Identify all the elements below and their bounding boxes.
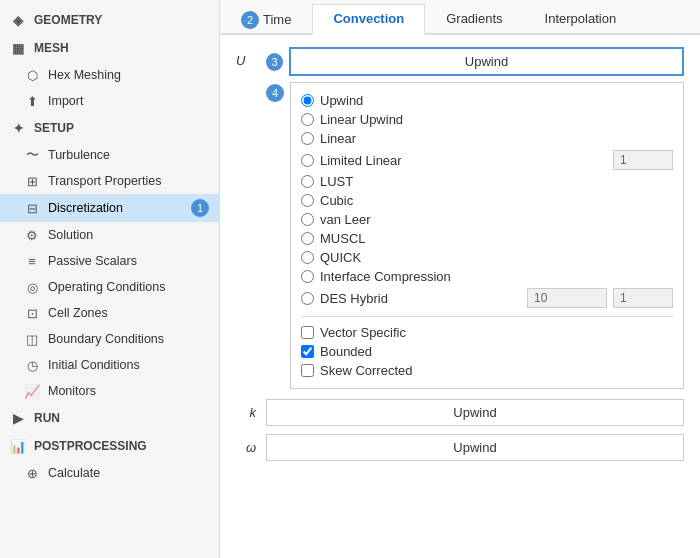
sidebar-item-operating-conditions-label: Operating Conditions [48, 280, 165, 294]
postprocessing-icon: 📊 [10, 438, 26, 454]
sidebar-item-solution-label: Solution [48, 228, 93, 242]
sidebar-item-calculate[interactable]: ⊕ Calculate [0, 460, 219, 486]
checkbox-bounded-input[interactable] [301, 345, 314, 358]
radio-linear-upwind-input[interactable] [301, 113, 314, 126]
sidebar-item-hex-meshing[interactable]: ⬡ Hex Meshing [0, 62, 219, 88]
radio-upwind-label: Upwind [320, 93, 673, 108]
sidebar-item-passive-scalars-label: Passive Scalars [48, 254, 137, 268]
omega-label: ω [236, 440, 256, 455]
sidebar-item-calculate-label: Calculate [48, 466, 100, 480]
radio-cubic[interactable]: Cubic [301, 191, 673, 210]
radio-cubic-label: Cubic [320, 193, 673, 208]
sidebar-item-transport-label: Transport Properties [48, 174, 161, 188]
radio-van-leer[interactable]: van Leer [301, 210, 673, 229]
sidebar-item-passive-scalars[interactable]: ≡ Passive Scalars [0, 248, 219, 274]
tab-time-badge: 2 [241, 11, 259, 29]
radio-des-hybrid-input[interactable] [301, 292, 314, 305]
radio-linear[interactable]: Linear [301, 129, 673, 148]
sidebar-item-transport-properties[interactable]: ⊞ Transport Properties [0, 168, 219, 194]
radio-interface-compression-input[interactable] [301, 270, 314, 283]
main-content: 2Time Convection Gradients Interpolation… [220, 0, 700, 558]
radio-interface-compression-label: Interface Compression [320, 269, 673, 284]
import-icon: ⬆ [24, 93, 40, 109]
sidebar-item-solution[interactable]: ⚙ Solution [0, 222, 219, 248]
limited-linear-value[interactable] [613, 150, 673, 170]
sidebar-section-geometry[interactable]: ◈ GEOMETRY [0, 6, 219, 34]
omega-dropdown-button[interactable]: Upwind [266, 434, 684, 461]
radio-linear-input[interactable] [301, 132, 314, 145]
sidebar-item-discretization[interactable]: ⊟ Discretization 1 [0, 194, 219, 222]
hex-meshing-icon: ⬡ [24, 67, 40, 83]
tab-bar: 2Time Convection Gradients Interpolation [220, 0, 700, 35]
operating-conditions-icon: ◎ [24, 279, 40, 295]
radio-limited-linear-input[interactable] [301, 154, 314, 167]
u-dropdown-button[interactable]: Upwind [289, 47, 684, 76]
des-hybrid-value1[interactable] [527, 288, 607, 308]
des-hybrid-value2[interactable] [613, 288, 673, 308]
sidebar-item-operating-conditions[interactable]: ◎ Operating Conditions [0, 274, 219, 300]
radio-quick-input[interactable] [301, 251, 314, 264]
radio-linear-label: Linear [320, 131, 673, 146]
checkbox-skew-corrected[interactable]: Skew Corrected [301, 361, 673, 380]
sidebar-section-mesh-label: MESH [34, 41, 69, 55]
u-field-row: U 3 Upwind 4 Upwind [236, 47, 684, 389]
run-icon: ▶ [10, 410, 26, 426]
sidebar-item-initial-conditions[interactable]: ◷ Initial Conditions [0, 352, 219, 378]
radio-upwind[interactable]: Upwind [301, 91, 673, 110]
radio-muscl[interactable]: MUSCL [301, 229, 673, 248]
sidebar-section-setup[interactable]: ✦ SETUP [0, 114, 219, 142]
sidebar-section-postprocessing-label: POSTPROCESSING [34, 439, 147, 453]
sidebar-item-turbulence[interactable]: 〜 Turbulence [0, 142, 219, 168]
k-dropdown-button[interactable]: Upwind [266, 399, 684, 426]
sidebar-item-cell-zones[interactable]: ⊡ Cell Zones [0, 300, 219, 326]
sidebar-section-run-label: RUN [34, 411, 60, 425]
badge-3: 3 [266, 53, 283, 71]
sidebar-item-monitors[interactable]: 📈 Monitors [0, 378, 219, 404]
radio-quick[interactable]: QUICK [301, 248, 673, 267]
radio-des-hybrid[interactable]: DES Hybrid [301, 286, 673, 310]
sidebar-section-postprocessing[interactable]: 📊 POSTPROCESSING [0, 432, 219, 460]
sidebar-item-import[interactable]: ⬆ Import [0, 88, 219, 114]
checkbox-vector-specific-label: Vector Specific [320, 325, 406, 340]
radio-cubic-input[interactable] [301, 194, 314, 207]
radio-lust-label: LUST [320, 174, 673, 189]
tab-time[interactable]: 2Time [220, 4, 312, 35]
sidebar-section-geometry-label: GEOMETRY [34, 13, 102, 27]
radio-des-hybrid-label: DES Hybrid [320, 291, 521, 306]
radio-lust[interactable]: LUST [301, 172, 673, 191]
checkbox-vector-specific[interactable]: Vector Specific [301, 323, 673, 342]
radio-upwind-input[interactable] [301, 94, 314, 107]
sidebar-badge-1: 1 [191, 199, 209, 217]
checkbox-skew-corrected-input[interactable] [301, 364, 314, 377]
tab-interpolation[interactable]: Interpolation [524, 4, 638, 35]
transport-icon: ⊞ [24, 173, 40, 189]
turbulence-icon: 〜 [24, 147, 40, 163]
sidebar-section-mesh[interactable]: ▦ MESH [0, 34, 219, 62]
sidebar-item-turbulence-label: Turbulence [48, 148, 110, 162]
k-label: k [236, 405, 256, 420]
checkbox-bounded-label: Bounded [320, 344, 372, 359]
radio-van-leer-input[interactable] [301, 213, 314, 226]
radio-lust-input[interactable] [301, 175, 314, 188]
sidebar-item-boundary-conditions[interactable]: ◫ Boundary Conditions [0, 326, 219, 352]
geometry-icon: ◈ [10, 12, 26, 28]
radio-limited-linear[interactable]: Limited Linear [301, 148, 673, 172]
passive-scalars-icon: ≡ [24, 253, 40, 269]
tab-convection[interactable]: Convection [312, 4, 425, 35]
radio-muscl-input[interactable] [301, 232, 314, 245]
sidebar-section-setup-label: SETUP [34, 121, 74, 135]
radio-quick-label: QUICK [320, 250, 673, 265]
checkbox-skew-corrected-label: Skew Corrected [320, 363, 412, 378]
sidebar-item-import-label: Import [48, 94, 83, 108]
radio-linear-upwind-label: Linear Upwind [320, 112, 673, 127]
radio-linear-upwind[interactable]: Linear Upwind [301, 110, 673, 129]
radio-interface-compression[interactable]: Interface Compression [301, 267, 673, 286]
sidebar: ◈ GEOMETRY ▦ MESH ⬡ Hex Meshing ⬆ Import… [0, 0, 220, 558]
discretization-icon: ⊟ [24, 200, 40, 216]
checkbox-vector-specific-input[interactable] [301, 326, 314, 339]
radio-muscl-label: MUSCL [320, 231, 673, 246]
k-row: k Upwind [236, 399, 684, 426]
checkbox-bounded[interactable]: Bounded [301, 342, 673, 361]
sidebar-section-run[interactable]: ▶ RUN [0, 404, 219, 432]
tab-gradients[interactable]: Gradients [425, 4, 523, 35]
